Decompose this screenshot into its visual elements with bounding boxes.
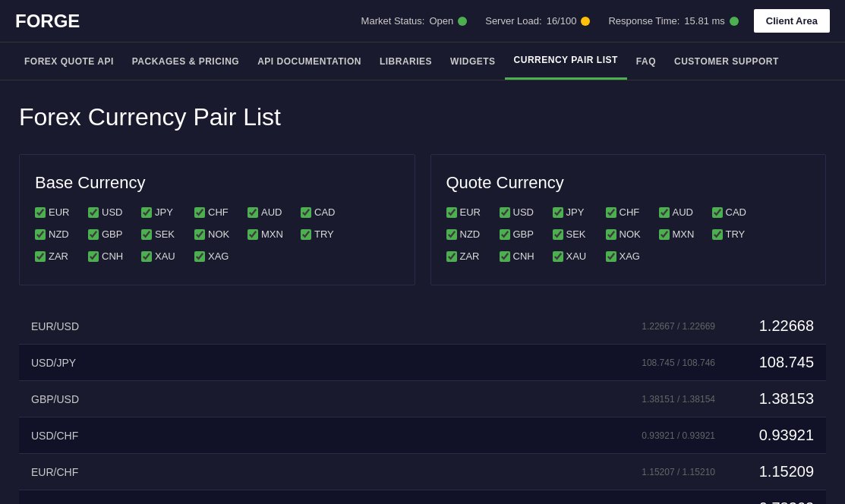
base-xag[interactable]: XAG: [194, 250, 248, 262]
base-eur[interactable]: EUR: [35, 206, 88, 218]
quote-eur[interactable]: EUR: [446, 206, 500, 218]
quote-sek[interactable]: SEK: [553, 228, 606, 240]
response-time-label: Response Time:: [608, 15, 679, 27]
quote-mxn[interactable]: MXN: [659, 228, 712, 240]
base-cnh[interactable]: CNH: [88, 250, 141, 262]
quote-currency-checkboxes: EUR USD JPY CHF AUD CAD NZD GBP SEK NOK …: [446, 206, 811, 266]
base-xau[interactable]: XAU: [141, 250, 194, 262]
nav-packages-pricing[interactable]: PACKAGES & PRICING: [123, 44, 248, 79]
nav-faq[interactable]: FAQ: [627, 44, 665, 79]
base-currency-box: Base Currency EUR USD JPY CHF AUD CAD NZ…: [19, 154, 415, 285]
quote-try[interactable]: TRY: [712, 228, 765, 240]
quote-gbp[interactable]: GBP: [500, 228, 553, 240]
main-nav: FOREX QUOTE API PACKAGES & PRICING API D…: [0, 43, 845, 80]
base-currency-title: Base Currency: [35, 173, 399, 193]
quote-nzd[interactable]: NZD: [446, 228, 500, 240]
base-try[interactable]: TRY: [301, 228, 354, 240]
nav-libraries[interactable]: LIBRARIES: [370, 44, 441, 79]
pair-price: 108.745: [730, 354, 814, 371]
pair-price: 1.22668: [730, 317, 814, 335]
table-row: GBP/USD 1.38151 / 1.38154 1.38153: [19, 381, 826, 417]
nav-customer-support[interactable]: CUSTOMER SUPPORT: [665, 44, 788, 79]
pair-name: GBP/USD: [31, 393, 145, 405]
pair-price: 0.78363: [730, 499, 814, 504]
table-row: USD/JPY 108.745 / 108.746 108.745: [19, 345, 826, 381]
quote-xag[interactable]: XAG: [606, 250, 659, 262]
quote-currency-title: Quote Currency: [446, 173, 811, 193]
base-usd[interactable]: USD: [88, 206, 141, 218]
server-load-label: Server Load:: [485, 15, 541, 27]
logo: FORGE: [15, 11, 80, 32]
quote-cad[interactable]: CAD: [712, 206, 765, 218]
base-nok[interactable]: NOK: [194, 228, 248, 240]
nav-currency-pair-list[interactable]: CURRENCY PAIR LIST: [505, 43, 627, 80]
quote-xau[interactable]: XAU: [553, 250, 606, 262]
market-status: Market Status: Open: [361, 15, 468, 27]
market-status-dot: [458, 17, 467, 26]
market-status-label: Market Status:: [361, 15, 425, 27]
pair-price: 0.93921: [730, 427, 814, 444]
base-aud[interactable]: AUD: [248, 206, 301, 218]
server-load: Server Load: 16/100: [485, 15, 590, 27]
pair-name: EUR/CHF: [31, 466, 145, 478]
pair-bid-ask: 0.93921 / 0.93921: [145, 430, 730, 441]
base-nzd[interactable]: NZD: [35, 228, 88, 240]
nav-api-documentation[interactable]: API DOCUMENTATION: [248, 44, 370, 79]
base-jpy[interactable]: JPY: [141, 206, 194, 218]
table-row: USD/CHF 0.93921 / 0.93921 0.93921: [19, 417, 826, 454]
quote-chf[interactable]: CHF: [606, 206, 659, 218]
pair-name: EUR/USD: [31, 320, 145, 332]
quote-currency-box: Quote Currency EUR USD JPY CHF AUD CAD N…: [430, 154, 827, 285]
client-area-button[interactable]: Client Area: [754, 9, 830, 33]
market-status-value: Open: [429, 15, 453, 27]
pair-name: USD/CHF: [31, 430, 145, 442]
quote-jpy[interactable]: JPY: [553, 206, 606, 218]
table-row: EUR/USD 1.22667 / 1.22669 1.22668: [19, 308, 826, 345]
table-row: EUR/CHF 1.15207 / 1.15210 1.15209: [19, 454, 826, 490]
status-bar: Market Status: Open Server Load: 16/100 …: [361, 15, 739, 27]
nav-widgets[interactable]: WIDGETS: [441, 44, 505, 79]
quote-zar[interactable]: ZAR: [446, 250, 500, 262]
quote-nok[interactable]: NOK: [606, 228, 659, 240]
pair-price: 1.15209: [730, 463, 814, 480]
main-content: Forex Currency Pair List Base Currency E…: [0, 80, 845, 504]
table-row: AUD/USD 0.78361 / 0.78364 0.78363: [19, 490, 826, 504]
pair-bid-ask: 1.22667 / 1.22669: [145, 321, 730, 332]
pair-price: 1.38153: [730, 390, 814, 408]
page-title: Forex Currency Pair List: [19, 103, 826, 131]
quote-usd[interactable]: USD: [500, 206, 553, 218]
base-chf[interactable]: CHF: [194, 206, 248, 218]
response-time: Response Time: 15.81 ms: [608, 15, 738, 27]
pair-bid-ask: 108.745 / 108.746: [145, 358, 730, 368]
pair-list: EUR/USD 1.22667 / 1.22669 1.22668 USD/JP…: [19, 308, 826, 504]
header: FORGE Market Status: Open Server Load: 1…: [0, 0, 845, 43]
base-gbp[interactable]: GBP: [88, 228, 141, 240]
quote-aud[interactable]: AUD: [659, 206, 712, 218]
base-sek[interactable]: SEK: [141, 228, 194, 240]
nav-forex-quote-api[interactable]: FOREX QUOTE API: [15, 44, 123, 79]
response-time-value: 15.81 ms: [684, 15, 724, 27]
quote-cnh[interactable]: CNH: [500, 250, 553, 262]
base-cad[interactable]: CAD: [301, 206, 354, 218]
response-time-dot: [730, 17, 739, 26]
pair-bid-ask: 1.15207 / 1.15210: [145, 467, 730, 477]
currency-selectors: Base Currency EUR USD JPY CHF AUD CAD NZ…: [19, 154, 826, 285]
base-zar[interactable]: ZAR: [35, 250, 88, 262]
base-currency-checkboxes: EUR USD JPY CHF AUD CAD NZD GBP SEK NOK …: [35, 206, 399, 266]
server-load-dot: [581, 17, 590, 26]
server-load-value: 16/100: [547, 15, 577, 27]
base-mxn[interactable]: MXN: [248, 228, 301, 240]
pair-name: USD/JPY: [31, 357, 145, 369]
pair-bid-ask: 1.38151 / 1.38154: [145, 394, 730, 405]
